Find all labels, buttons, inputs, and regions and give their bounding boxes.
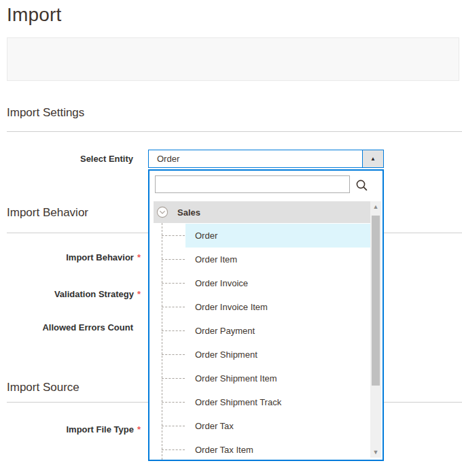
import-behavior-label: Import Behavior* [0, 252, 141, 262]
tree-option-order-invoice-item[interactable]: Order Invoice Item [149, 295, 370, 319]
import-page: Import Import Settings Select Entity Ord… [0, 0, 462, 476]
tree-connector [162, 426, 185, 426]
select-entity-label: Select Entity [0, 154, 141, 164]
required-asterisk: * [137, 289, 141, 299]
tree-connector [162, 354, 185, 355]
tree-connector [162, 330, 185, 331]
validation-strategy-label: Validation Strategy* [0, 289, 141, 299]
tree-option-order-item[interactable]: Order Item [149, 248, 370, 271]
tree-group-label: Sales [177, 207, 200, 218]
required-asterisk: * [137, 252, 141, 262]
tree-connector [162, 283, 185, 284]
required-asterisk: * [137, 424, 141, 435]
tree-option-order-shipment-track[interactable]: Order Shipment Track [149, 390, 370, 414]
tree-connector [162, 259, 185, 260]
select-entity-dropdown[interactable]: Order ▲ [148, 150, 384, 168]
tree-option-order-tax[interactable]: Order Tax [149, 414, 370, 438]
select-entity-value: Order [157, 150, 179, 167]
messages-panel [7, 37, 459, 81]
entity-tree: Sales Order Order Item Order Invoice Ord… [149, 171, 383, 460]
triangle-up-icon: ▲ [370, 156, 376, 162]
tree-connector [162, 378, 185, 379]
tree-option-order-tax-item[interactable]: Order Tax Item [149, 438, 370, 462]
scroll-up-icon[interactable]: ▲ [370, 201, 381, 212]
tree-option-order[interactable]: Order [149, 224, 370, 248]
scrollbar-thumb[interactable] [372, 216, 380, 386]
allowed-errors-count-label: Allowed Errors Count [0, 322, 141, 333]
page-title: Import [7, 4, 62, 26]
entity-dropdown-panel: Sales Order Order Item Order Invoice Ord… [148, 169, 384, 461]
tree-option-order-invoice[interactable]: Order Invoice [149, 271, 370, 295]
select-entity-toggle-button[interactable]: ▲ [362, 150, 383, 167]
tree-group-sales[interactable]: Sales [154, 201, 370, 223]
tree-connector [162, 402, 185, 403]
tree-option-order-payment[interactable]: Order Payment [149, 319, 370, 343]
tree-connector [162, 235, 185, 236]
tree-connector [162, 449, 185, 450]
tree-option-order-shipment-item[interactable]: Order Shipment Item [149, 367, 370, 390]
tree-option-order-shipment[interactable]: Order Shipment [149, 343, 370, 367]
tree-connector [162, 307, 185, 307]
import-file-type-label: Import File Type* [0, 424, 141, 435]
section-heading-import-settings: Import Settings [7, 106, 84, 120]
chevron-down-circle-icon[interactable] [156, 206, 168, 218]
section-heading-import-source: Import Source [7, 381, 79, 394]
divider [7, 131, 462, 132]
section-heading-import-behavior: Import Behavior [7, 206, 88, 220]
scroll-down-icon[interactable]: ▼ [370, 447, 381, 458]
dropdown-scrollbar[interactable]: ▲ ▼ [370, 201, 381, 458]
